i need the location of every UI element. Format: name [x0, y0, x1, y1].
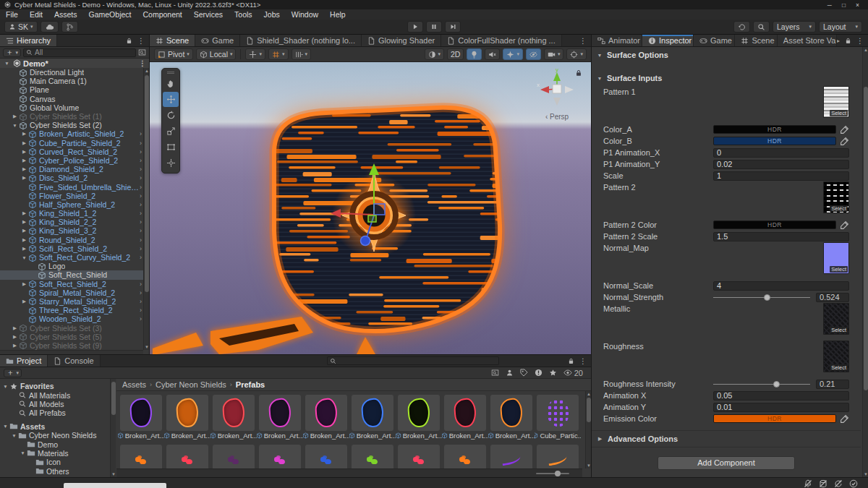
hierarchy-item[interactable]: ▶King_Shield_2_2›: [0, 218, 143, 226]
asset-grid-item[interactable]: Broken_Art...: [349, 395, 396, 440]
prefab-open-chevron[interactable]: ›: [140, 184, 142, 191]
asset-grid-item[interactable]: [257, 445, 303, 468]
asset-grid-item[interactable]: Broken_Art...: [210, 395, 257, 440]
create-button[interactable]: ＋▾: [3, 48, 21, 57]
asset-grid-item[interactable]: [535, 445, 581, 468]
hierarchy-item[interactable]: Spiral_Metal_Shield_2›: [0, 288, 143, 297]
hierarchy-item[interactable]: Wooden_Shield_2›: [0, 314, 143, 323]
asset-thumbnail[interactable]: [166, 445, 208, 468]
project-tree-item[interactable]: All Models: [0, 400, 110, 408]
expand-arrow-icon[interactable]: ▼: [20, 255, 28, 260]
asset-grid-item[interactable]: Broken_Art...: [303, 395, 349, 440]
hierarchy-item[interactable]: Soft_Rect_Shield: [0, 270, 143, 279]
asset-grid-item[interactable]: [118, 445, 164, 468]
hierarchy-item[interactable]: ▶King_Shield_1_2›: [0, 209, 143, 218]
slider-value-field[interactable]: 0.21: [816, 380, 849, 389]
expand-arrow-icon[interactable]: ▶: [20, 175, 28, 181]
slider-value-field[interactable]: 0.524: [816, 293, 849, 302]
panel-menu-icon[interactable]: ⋮: [856, 37, 864, 45]
menu-edit[interactable]: Edit: [24, 9, 48, 20]
eyedropper-icon[interactable]: [840, 125, 849, 134]
foldout-arrow-icon[interactable]: ▼: [596, 76, 603, 81]
auto-refresh-off-icon[interactable]: [834, 479, 843, 488]
foldout-arrow-icon[interactable]: ▶: [596, 436, 604, 442]
foldout-arrow-icon[interactable]: ▼: [596, 53, 603, 58]
handle-rotation-button[interactable]: Local▾: [196, 48, 237, 60]
hierarchy-item[interactable]: ▶Scifi_Rect_Shield_2›: [0, 244, 143, 253]
scene-header-row[interactable]: ▼ Demo* ⋮: [0, 59, 149, 68]
texture-select-button[interactable]: Select: [830, 205, 848, 212]
asset-grid-item[interactable]: [442, 445, 488, 468]
hidden-count-badge[interactable]: 20: [563, 369, 583, 377]
tab-game[interactable]: Game: [694, 35, 735, 46]
inspector-scrollbar[interactable]: ▲ ▼: [862, 47, 868, 477]
expand-arrow-icon[interactable]: ▼: [3, 61, 11, 66]
hierarchy-item[interactable]: Three_Rect_Shield_2›: [0, 306, 143, 314]
prefab-open-chevron[interactable]: ›: [140, 201, 142, 208]
hierarchy-item[interactable]: ▶Starry_Metal_Shield_2›: [0, 297, 143, 306]
number-field[interactable]: 0.02: [713, 160, 849, 169]
color-swatch[interactable]: HDR: [713, 221, 836, 229]
expand-arrow-icon[interactable]: ▶: [20, 246, 28, 252]
eyedropper-icon[interactable]: [840, 137, 849, 146]
eyedropper-icon[interactable]: [840, 414, 849, 424]
hierarchy-scrollbar[interactable]: ▲ ▼: [143, 68, 149, 350]
expand-arrow-icon[interactable]: ▶: [20, 299, 28, 304]
hierarchy-item[interactable]: ▶Cyber Shields Set (1): [0, 112, 143, 121]
slider-knob[interactable]: [764, 294, 770, 301]
menu-gameobject[interactable]: GameObject: [83, 9, 137, 20]
menu-tools[interactable]: Tools: [229, 9, 258, 20]
cloud-button[interactable]: [41, 21, 59, 33]
texture-thumbnail[interactable]: Select: [823, 86, 849, 118]
asset-grid-item[interactable]: Broken_Art...: [118, 395, 164, 440]
layout-dropdown[interactable]: Layout▾: [819, 21, 862, 33]
expand-arrow-icon[interactable]: ▼: [10, 433, 18, 438]
asset-thumbnail[interactable]: [213, 445, 255, 468]
prefab-open-chevron[interactable]: ›: [140, 254, 142, 261]
project-tree-item[interactable]: ▼Materials: [0, 449, 110, 458]
pivot-mode-button[interactable]: Pivot▾: [154, 48, 193, 60]
menu-assets[interactable]: Assets: [48, 9, 83, 20]
project-tree-item[interactable]: ▼Cyber Neon Shields: [0, 431, 110, 440]
project-tree-item[interactable]: All Prefabs: [0, 408, 110, 417]
move-tool-button[interactable]: [163, 92, 179, 107]
hierarchy-item[interactable]: Half_Sphere_Shield_2›: [0, 200, 143, 209]
project-tree-item[interactable]: All Materials: [0, 390, 110, 399]
asset-grid-item[interactable]: Broken_Art...: [442, 395, 488, 440]
project-search-input[interactable]: [327, 356, 499, 365]
tab-glowing-shader[interactable]: Glowing Shader: [362, 35, 441, 46]
section-surface-inputs[interactable]: ▼Surface Inputs: [592, 70, 861, 86]
cache-disconnected-icon[interactable]: [819, 479, 827, 488]
tab-animator[interactable]: Animator: [592, 35, 642, 46]
hierarchy-item[interactable]: ▶Curved_Rect_Shield_2›: [0, 147, 143, 156]
asset-grid-item[interactable]: [396, 445, 442, 468]
menu-help[interactable]: Help: [324, 9, 352, 20]
open-search-window-icon[interactable]: [138, 48, 146, 56]
prefab-open-chevron[interactable]: ›: [140, 281, 142, 288]
expand-arrow-icon[interactable]: ▶: [20, 281, 28, 287]
asset-thumbnail[interactable]: [352, 445, 393, 468]
project-tree-item[interactable]: ▼Assets: [0, 422, 110, 431]
expand-arrow-icon[interactable]: ▶: [11, 325, 19, 331]
expand-arrow-icon[interactable]: ▶: [20, 149, 28, 155]
hierarchy-item[interactable]: ▶Cyber Shields Set (5): [0, 333, 143, 341]
number-field[interactable]: 1: [713, 171, 849, 181]
asset-grid-item[interactable]: [349, 445, 396, 468]
hand-tool-button[interactable]: [163, 76, 179, 91]
scene-menu-icon[interactable]: ⋮: [139, 59, 146, 67]
tree-scrollbar[interactable]: ▼: [110, 379, 116, 477]
compile-status-icon[interactable]: [849, 479, 858, 488]
favorites-filter-icon[interactable]: [549, 369, 557, 377]
shield-3d-object[interactable]: [255, 103, 510, 341]
palette-drag-handle[interactable]: [162, 70, 179, 75]
project-tree-item[interactable]: Icon: [0, 458, 110, 466]
hierarchy-item[interactable]: Logo: [0, 262, 143, 270]
asset-thumbnail[interactable]: [120, 395, 162, 431]
prefab-open-chevron[interactable]: ›: [140, 245, 142, 252]
hierarchy-item[interactable]: Directional Light: [0, 68, 143, 77]
expand-arrow-icon[interactable]: ▶: [11, 334, 19, 340]
tab-colorfullshader-nothing[interactable]: ColorFullShader (nothing ...: [441, 35, 562, 46]
expand-arrow-icon[interactable]: ▶: [20, 219, 28, 225]
play-button[interactable]: [407, 21, 423, 33]
number-field[interactable]: 0.01: [713, 403, 849, 412]
